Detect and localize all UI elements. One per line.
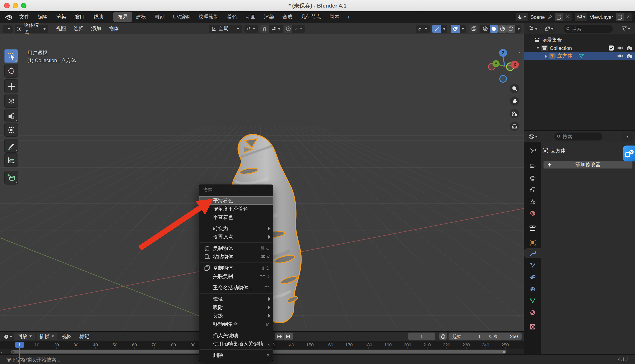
checkbox-icon[interactable] <box>608 45 614 51</box>
viewlayer-remove-button[interactable]: ✕ <box>624 13 632 21</box>
scene-browse-button[interactable] <box>516 13 528 21</box>
cursor-tool[interactable] <box>4 64 18 78</box>
workspace-tab-10[interactable]: 脚本 <box>325 12 344 22</box>
pan-button[interactable] <box>510 96 519 106</box>
context-menu-item-5[interactable]: 设置原点 <box>199 233 273 241</box>
workspace-tab-2[interactable]: 雕刻 <box>150 12 169 22</box>
topbar-menu-1[interactable]: 编辑 <box>34 12 52 22</box>
workspace-tab-3[interactable]: UV编辑 <box>169 12 194 22</box>
viewlayer-name-field[interactable]: ViewLayer <box>587 13 616 21</box>
use-preview-range-button[interactable] <box>439 332 447 340</box>
context-menu-item-1[interactable]: 按角度平滑着色 <box>199 205 273 213</box>
snap-toggle[interactable] <box>260 24 269 33</box>
workspace-tab-7[interactable]: 渲染 <box>260 12 278 22</box>
viewlayer-new-button[interactable] <box>616 13 624 21</box>
frame-start-field[interactable]: 起始 1 <box>449 332 485 340</box>
context-menu-item-10[interactable]: 复制物体⇧ D <box>199 264 273 272</box>
shading-material-button[interactable] <box>498 25 507 32</box>
expand-collection-icon[interactable] <box>536 47 540 49</box>
tab-modifiers[interactable] <box>524 248 541 258</box>
properties-search[interactable] <box>554 132 602 140</box>
tab-object-props[interactable] <box>524 237 541 248</box>
transform-tool[interactable] <box>4 123 18 137</box>
gizmos-toggle[interactable] <box>432 24 441 33</box>
outliner-filter-button[interactable] <box>619 24 633 33</box>
topbar-menu-4[interactable]: 帮助 <box>89 12 108 22</box>
outliner-display-mode-button[interactable] <box>543 24 555 33</box>
viewport-menu-2[interactable]: 添加 <box>87 24 105 34</box>
transform-orientation[interactable]: 全局 <box>209 24 242 33</box>
workspace-tab-5[interactable]: 着色 <box>223 12 241 22</box>
eye-icon[interactable] <box>617 46 623 50</box>
shading-rendered-button[interactable] <box>507 25 515 32</box>
zoom-button[interactable] <box>510 84 519 93</box>
properties-search-input[interactable] <box>563 134 600 139</box>
proportional-falloff[interactable] <box>292 24 305 33</box>
rotate-tool[interactable] <box>4 94 18 108</box>
context-menu-item-20[interactable]: 插入关键帧I <box>199 331 273 340</box>
tab-world[interactable] <box>524 208 541 218</box>
topbar-menu-3[interactable]: 窗口 <box>71 12 89 22</box>
tab-material[interactable] <box>524 308 541 318</box>
viewlayer-browse-button[interactable] <box>575 13 587 21</box>
outliner-search[interactable] <box>564 25 613 33</box>
snap-settings[interactable] <box>269 24 283 33</box>
properties-options-button[interactable] <box>622 132 632 141</box>
timeline-menu-3[interactable]: 标记 <box>76 332 92 340</box>
outliner-row-cube[interactable]: 立方体 <box>524 52 635 60</box>
properties-editor-type-button[interactable] <box>527 132 539 141</box>
add-cube-tool[interactable] <box>4 171 18 184</box>
shading-solid-button[interactable] <box>490 25 498 32</box>
camera-view-button[interactable] <box>510 109 519 118</box>
blender-logo-icon[interactable] <box>4 14 13 20</box>
timeline-editor-type-button[interactable] <box>3 332 14 341</box>
proportional-editing-toggle[interactable] <box>284 24 292 33</box>
viewport-menu-1[interactable]: 选择 <box>70 24 87 34</box>
context-menu-item-17[interactable]: 父级 <box>199 312 273 320</box>
workspace-tab-8[interactable]: 合成 <box>278 12 297 22</box>
workspace-tab-9[interactable]: 几何节点 <box>297 12 325 22</box>
tab-particles[interactable] <box>524 260 541 270</box>
outliner-search-input[interactable] <box>572 26 610 31</box>
tab-scene[interactable] <box>524 196 541 206</box>
annotate-tool[interactable] <box>4 139 18 153</box>
tab-object-data[interactable] <box>524 296 541 306</box>
move-tool[interactable] <box>4 79 18 93</box>
measure-tool[interactable] <box>4 153 18 167</box>
overlays-toggle[interactable] <box>451 24 460 33</box>
expand-object-icon[interactable] <box>545 54 547 58</box>
sidebar-collapse-arrow[interactable]: ‹ <box>518 48 520 54</box>
viewport-menu-3[interactable]: 物体 <box>105 24 123 34</box>
scale-tool[interactable] <box>4 108 18 122</box>
navigation-gizmo[interactable]: Z Y X <box>485 46 523 84</box>
current-frame-marker[interactable]: 1 <box>15 342 24 348</box>
topbar-menu-0[interactable]: 文件 <box>15 12 34 22</box>
workspace-tab-0[interactable]: 布局 <box>113 12 132 22</box>
context-menu-item-2[interactable]: 平直着色 <box>199 213 273 222</box>
timeline-menu-0[interactable]: 回放 <box>14 332 35 340</box>
context-menu-item-21[interactable]: 使用插帧集插入关键帧K <box>199 340 273 348</box>
tab-view-layer[interactable] <box>524 184 541 194</box>
timeline-menu-1[interactable]: 插帧 <box>37 332 57 340</box>
context-menu-item-8[interactable]: 粘贴物体⌘ V <box>199 252 273 261</box>
scene-unlink-button[interactable]: ✕ <box>563 13 572 21</box>
outliner-editor-type-button[interactable] <box>527 24 539 33</box>
context-menu-item-11[interactable]: 关联复制⌥ D <box>199 272 273 280</box>
add-modifier-button[interactable]: 添加修改器 <box>543 160 632 168</box>
current-frame-field[interactable]: 1 <box>408 332 435 340</box>
tab-output[interactable] <box>524 173 541 183</box>
visibility-dropdown[interactable] <box>416 24 430 33</box>
outliner-row-scene-collection[interactable]: 场景集合 <box>524 36 635 44</box>
camera-icon[interactable] <box>626 54 632 58</box>
workspace-tab-4[interactable]: 纹理绘制 <box>194 12 223 22</box>
context-menu-item-23[interactable]: 删除X <box>199 351 273 360</box>
viewport-menu-0[interactable]: 视图 <box>52 24 70 34</box>
context-menu-item-7[interactable]: 复制物体⌘ C <box>199 244 273 252</box>
outliner-row-collection[interactable]: Collection <box>524 44 635 52</box>
shading-wireframe-button[interactable] <box>481 25 490 32</box>
scene-name-field[interactable]: Scene <box>528 13 555 21</box>
camera-icon[interactable] <box>626 46 632 50</box>
jump-end-button[interactable] <box>284 332 293 340</box>
floating-app-icon[interactable] <box>623 146 635 162</box>
tab-physics[interactable] <box>524 272 541 282</box>
